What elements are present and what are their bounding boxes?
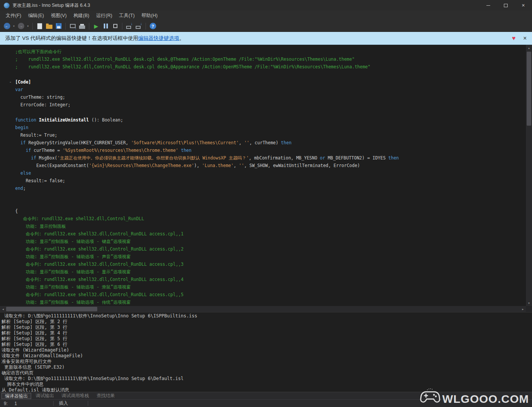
toolbar-separator — [65, 23, 66, 30]
horizontal-scrollbar-thumb[interactable] — [6, 307, 97, 311]
close-icon: × — [522, 2, 525, 8]
code-line[interactable]: if RegQueryStringValue(HKEY_CURRENT_USER… — [0, 139, 526, 147]
editor-shortcut-options-link[interactable]: 编辑器快捷键选项 — [138, 35, 179, 42]
minimize-icon — [486, 5, 490, 6]
output-line: 解析 [Setup] 区段, 第 5 行 — [2, 336, 532, 342]
bottom-tab[interactable]: 查找结果 — [93, 393, 118, 399]
back-button[interactable]: ← — [2, 22, 11, 31]
menu-item[interactable]: 编辑(E) — [25, 11, 48, 21]
output-line: 脚本文件中的消息 — [2, 382, 532, 387]
scroll-left-arrow[interactable]: ◄ — [0, 306, 6, 312]
code-line[interactable]: ErrorCode: Integer; — [0, 101, 526, 109]
horizontal-scrollbar-track[interactable] — [6, 306, 520, 312]
back-dropdown-button[interactable]: ▼ — [12, 22, 16, 31]
toolbar-separator — [89, 23, 89, 30]
code-line[interactable]: ; rundll32.exe Shell32.dll,Control_RunDL… — [0, 55, 526, 63]
target-uninstall-button[interactable]: ↓ — [134, 22, 143, 31]
maximize-button[interactable] — [497, 0, 515, 11]
menu-item[interactable]: 文件(F) — [2, 11, 25, 21]
close-button[interactable]: × — [515, 0, 532, 11]
code-line[interactable]: if curTheme = '%SystemRoot%\resources\Th… — [0, 147, 526, 154]
code-line[interactable]: Result:= True; — [0, 131, 526, 139]
minimize-button[interactable] — [480, 0, 497, 11]
code-line[interactable]: -[Code] — [0, 78, 526, 86]
code-line[interactable]: if MsgBox('主题正在使用中。你必须切换主题才能继续卸载。你想要自动切换… — [0, 154, 526, 162]
code-line[interactable]: curTheme: string; — [0, 93, 526, 101]
code-line[interactable] — [0, 109, 526, 116]
fold-marker[interactable]: - — [9, 78, 12, 86]
code-line[interactable]: else — [0, 169, 526, 177]
code-line[interactable]: 功能: 显示控制面板 — [0, 222, 526, 230]
scrollbar-corner — [526, 306, 532, 312]
menu-item[interactable]: 视图(V) — [48, 11, 70, 21]
scroll-up-arrow[interactable]: ▲ — [526, 45, 532, 51]
new-script-button[interactable] — [35, 22, 44, 31]
help-button[interactable]: ? — [148, 22, 157, 31]
code-line[interactable]: function InitializeUninstall (): Boolean… — [0, 116, 526, 124]
code-line[interactable]: Result:= false; — [0, 177, 526, 185]
open-folder-icon — [46, 25, 52, 29]
code-line[interactable]: 命令列: rundll32.exe shell32.dll,Control_Ru… — [0, 276, 526, 283]
code-line[interactable] — [0, 200, 526, 207]
code-line[interactable]: 功能: 显示“控制面板 - 辅助选项 - 显示”选项视窗 — [0, 268, 526, 276]
toolbar-separator — [32, 23, 33, 30]
menu-item[interactable]: 帮助(H) — [138, 11, 161, 21]
bottom-tab[interactable]: 调试调用堆栈 — [59, 393, 92, 399]
code-line[interactable]: 功能: 显示“控制面板 - 辅助选项 - 键盘”选项视窗 — [0, 238, 526, 245]
forward-button[interactable]: → — [16, 22, 25, 31]
menu-item[interactable]: 构建(B) — [70, 11, 93, 21]
code-line[interactable]: 功能: 显示“控制面板 - 辅助选项 - 滑鼠”选项视窗 — [0, 283, 526, 291]
notification-actions: ♥ × — [512, 35, 527, 42]
code-line[interactable]: ;也可以用下面的命令行 — [0, 48, 526, 55]
bottom-tab[interactable]: 编译器输出 — [2, 393, 31, 399]
pause-button[interactable] — [101, 22, 110, 31]
code-line[interactable]: begin — [0, 124, 526, 131]
code-line[interactable]: 命令列: rundll32.exe shell32.dll,Control_Ru… — [0, 245, 526, 253]
save-script-button[interactable] — [54, 22, 63, 31]
stop-icon — [113, 24, 117, 28]
code-line[interactable]: end; — [0, 185, 526, 192]
save-floppy-icon — [56, 23, 62, 29]
code-line[interactable] — [0, 71, 526, 78]
vertical-scrollbar-thumb[interactable] — [527, 52, 531, 126]
maximize-icon — [504, 4, 508, 7]
open-script-button[interactable] — [44, 22, 54, 31]
titlebar: 更改主题.iss - Inno Setup 编译器 6.4.3 × — [0, 0, 532, 11]
code-line[interactable]: 功能: 显示“控制面板 - 辅助选项 - 声音”选项视窗 — [0, 253, 526, 260]
code-line[interactable]: Exec(ExpandConstant('{win}\Resources\The… — [0, 162, 526, 169]
editor-horizontal-scrollbar[interactable]: ◄ ► — [0, 306, 532, 312]
compile-icon: ↓ — [70, 24, 76, 28]
code-line[interactable]: var — [0, 86, 526, 93]
code-line[interactable]: 命令列: rundll32.exe shell32.dll,Control_Ru… — [0, 215, 526, 222]
run-icon: ▶ — [94, 23, 98, 29]
menu-item[interactable]: 工具(T) — [116, 11, 138, 21]
notification-suffix: 。 — [179, 35, 185, 42]
code-line[interactable]: 命令列: rundll32.exe shell32.dll,Control_Ru… — [0, 291, 526, 298]
stop-compile-button[interactable] — [78, 22, 87, 31]
target-setup-button[interactable]: ↓ — [125, 22, 134, 31]
bottom-tab[interactable]: 调试输出 — [33, 393, 57, 399]
editor-vertical-scrollbar[interactable]: ▲ ▼ — [526, 45, 532, 306]
notification-bar: 添加了 VS 代码样式的编辑器快捷键！在选项对话框中使用编辑器快捷键选项。 ♥ … — [0, 32, 532, 45]
code-line[interactable]: 命令列: rundll32.exe shell32.dll,Control_Ru… — [0, 230, 526, 238]
notification-close-icon[interactable]: × — [523, 35, 527, 42]
app-window: 更改主题.iss - Inno Setup 编译器 6.4.3 × 文件(F)编… — [0, 0, 532, 407]
run-button[interactable]: ▶ — [92, 22, 101, 31]
code-line[interactable] — [0, 192, 526, 200]
code-line[interactable]: 命令列: rundll32.exe shell32.dll,Control_Ru… — [0, 260, 526, 268]
compiler-output-panel[interactable]: 读取文件: D:\围炉go111111111\软件\InnoSetup\Inno… — [0, 312, 532, 392]
scroll-down-arrow[interactable]: ▼ — [526, 300, 532, 306]
heart-icon[interactable]: ♥ — [512, 35, 516, 42]
code-line[interactable]: { — [0, 207, 526, 215]
compile-button[interactable]: ↓ — [68, 22, 77, 31]
output-line: 更新版本信息 (SETUP.E32) — [2, 364, 532, 370]
output-line: 读取文件: D:\围炉go111111111\软件\InnoSetup\Inno… — [2, 376, 532, 382]
scroll-right-arrow[interactable]: ► — [520, 306, 526, 312]
code-line[interactable]: ; rundll32.exe Shell32.dll,Control_RunDL… — [0, 63, 526, 71]
forward-dropdown-button[interactable]: ▼ — [26, 22, 30, 31]
terminate-button[interactable] — [111, 22, 120, 31]
code-area[interactable]: ;也可以用下面的命令行; rundll32.exe Shell32.dll,Co… — [0, 45, 526, 306]
menu-item[interactable]: 运行(R) — [93, 11, 116, 21]
output-line: 解析 [Setup] 区段, 第 2 行 — [2, 319, 532, 325]
code-line[interactable]: 功能: 显示“控制面板 - 辅助选项 - 传统”选项视窗 — [0, 298, 526, 306]
